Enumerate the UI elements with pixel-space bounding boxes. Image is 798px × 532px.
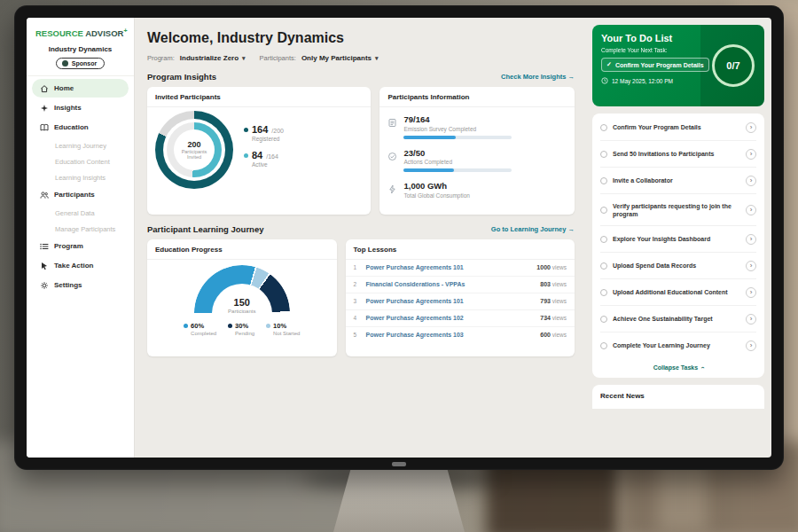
emission-progress-track	[403, 136, 512, 139]
sidebar-item-home[interactable]: Home	[32, 79, 129, 98]
radio-icon[interactable]	[600, 342, 607, 349]
chevron-right-icon[interactable]: ›	[746, 122, 756, 133]
chevron-right-icon[interactable]: ›	[746, 314, 756, 325]
sidebar-item-settings[interactable]: Settings	[32, 276, 129, 294]
lesson-row[interactable]: 5 Power Purchase Agreements 103 600 view…	[346, 327, 575, 343]
check-circle-icon	[387, 149, 397, 159]
program-insights-cards: Invited Participants 200 Participants In…	[147, 87, 575, 215]
lesson-title-link[interactable]: Power Purchase Agreements 103	[366, 332, 536, 338]
sparkle-icon	[39, 103, 49, 113]
lesson-title-link[interactable]: Power Purchase Agreements 101	[366, 298, 536, 304]
sidebar-item-learning-journey[interactable]: Learning Journey	[32, 137, 129, 153]
cursor-action-icon	[39, 261, 49, 270]
task-row-upload-spend-data[interactable]: Upload Spend Data Records ›	[600, 253, 756, 279]
sidebar-item-label: Program	[54, 242, 83, 250]
invited-center-label: Participants Invited	[176, 149, 213, 160]
radio-icon[interactable]	[600, 124, 607, 131]
sidebar-item-general-data[interactable]: General Data	[32, 205, 129, 221]
lesson-row[interactable]: 4 Power Purchase Agreements 102 734 view…	[346, 310, 575, 327]
lesson-row[interactable]: 3 Power Purchase Agreements 101 793 view…	[346, 293, 575, 310]
lesson-row[interactable]: 2 Financial Considerations - VPPAs 803 v…	[346, 277, 575, 293]
chevron-right-icon[interactable]: ›	[746, 149, 756, 160]
chevron-right-icon[interactable]: ›	[746, 287, 756, 298]
task-row-explore-insights[interactable]: Explore Your Insights Dashboard ›	[600, 226, 756, 253]
radio-icon[interactable]	[600, 207, 607, 214]
chevron-right-icon[interactable]: ›	[746, 340, 756, 351]
task-row-upload-educational-content[interactable]: Upload Additional Educational Content ›	[600, 279, 756, 306]
radio-icon[interactable]	[600, 316, 607, 323]
not-started-pct: 10%	[273, 322, 286, 330]
legend-registered: 164 /200 Registered	[244, 124, 284, 142]
task-row-complete-learning-journey[interactable]: Complete Your Learning Journey ›	[600, 332, 756, 358]
education-gauge-area: 150 Participants 60% Completed 30%	[147, 260, 337, 343]
sidebar-item-label: Learning Journey	[55, 142, 106, 150]
todo-summary-card: Your To Do List Complete Your Next Task:…	[592, 25, 764, 106]
home-icon	[39, 83, 49, 93]
participants-select[interactable]: Only My Participants ▾	[301, 54, 379, 62]
sponsor-badge-label: Sponsor	[72, 60, 97, 66]
emission-progress-fill	[403, 136, 456, 139]
radio-icon[interactable]	[600, 177, 607, 184]
section-title: Participant Learning Journey	[147, 224, 263, 234]
sidebar-item-learning-insights[interactable]: Learning Insights	[32, 169, 129, 185]
list-icon	[39, 241, 49, 251]
sidebar-item-program[interactable]: Program	[32, 237, 129, 255]
lesson-views-suffix: views	[552, 298, 567, 304]
collapse-tasks-button[interactable]: Collapse Tasks ›	[600, 358, 756, 378]
radio-icon[interactable]	[600, 289, 607, 296]
todo-next-task[interactable]: ✓ Confirm Your Program Details	[601, 58, 709, 72]
actions-progress-fill	[403, 168, 453, 172]
lesson-views-count: 803	[540, 281, 551, 287]
lesson-title-link[interactable]: Financial Considerations - VPPAs	[366, 281, 536, 287]
sidebar-item-education[interactable]: Education	[32, 118, 129, 137]
task-row-verify-participants[interactable]: Verify participants requesting to join t…	[600, 194, 756, 226]
filter-bar: Program: Industrialize Zero ▾ Participan…	[147, 54, 575, 62]
todo-next-task-label: Confirm Your Program Details	[615, 62, 704, 68]
sidebar-item-label: Settings	[54, 281, 82, 289]
lesson-title-link[interactable]: Power Purchase Agreements 101	[366, 264, 532, 270]
chevron-right-icon[interactable]: ›	[746, 261, 756, 271]
sidebar-item-manage-participants[interactable]: Manage Participants	[32, 221, 129, 237]
stat-label: Emission Survey Completed	[403, 126, 512, 132]
radio-icon[interactable]	[600, 236, 607, 243]
chevron-right-icon[interactable]: ›	[746, 176, 756, 186]
sidebar-item-label: Manage Participants	[55, 225, 115, 233]
task-label: Verify participants requesting to join t…	[613, 202, 740, 218]
todo-progress-ring: 0/7	[712, 44, 755, 87]
task-row-invite-collaborator[interactable]: Invite a Collaborator ›	[600, 168, 756, 194]
not-started-dot-icon	[266, 324, 270, 328]
task-row-send-invitations[interactable]: Send 50 Invitations to Participants ›	[600, 141, 756, 168]
lesson-rank: 3	[354, 298, 361, 304]
check-more-insights-link[interactable]: Check More Insights →	[501, 73, 575, 81]
check-icon: ✓	[606, 61, 612, 68]
lesson-row[interactable]: 1 Power Purchase Agreements 101 1000 vie…	[346, 260, 575, 277]
lesson-views-suffix: views	[552, 264, 567, 270]
sidebar-item-label: Education Content	[55, 158, 110, 166]
chevron-up-icon: ›	[700, 367, 706, 369]
task-row-achieve-target[interactable]: Achieve One Sustainability Target ›	[600, 306, 756, 332]
radio-icon[interactable]	[600, 262, 607, 270]
go-to-learning-journey-link[interactable]: Go to Learning Journey →	[491, 225, 575, 233]
task-row-confirm-details[interactable]: Confirm Your Program Details ›	[600, 114, 756, 141]
lesson-title-link[interactable]: Power Purchase Agreements 102	[366, 315, 536, 321]
survey-icon	[387, 115, 397, 125]
lesson-rank: 1	[354, 264, 361, 270]
recent-news-card[interactable]: Recent News	[592, 385, 764, 409]
program-select[interactable]: Industrialize Zero ▾	[180, 54, 246, 62]
clock-icon	[601, 77, 608, 84]
sidebar-item-insights[interactable]: Insights	[32, 98, 129, 117]
sidebar-item-education-content[interactable]: Education Content	[32, 153, 129, 169]
chevron-right-icon[interactable]: ›	[746, 234, 756, 245]
card-title: Top Lessons	[346, 239, 575, 260]
main-content: Welcome, Industry Dynamics Program: Indu…	[135, 18, 585, 458]
completed-pct: 60%	[191, 322, 204, 330]
stat-value: 1,000 GWh	[403, 181, 469, 191]
task-label: Achieve One Sustainability Target	[613, 315, 740, 323]
chevron-right-icon[interactable]: ›	[746, 205, 756, 215]
participants-info-body: 79/164 Emission Survey Completed 23/50 A…	[379, 107, 575, 215]
radio-icon[interactable]	[600, 151, 607, 158]
stat-value: 23/50	[403, 148, 512, 158]
invited-donut-center: 200 Participants Invited	[176, 131, 213, 168]
sidebar-item-take-action[interactable]: Take Action	[32, 256, 129, 275]
sidebar-item-participants[interactable]: Participants	[32, 185, 129, 204]
